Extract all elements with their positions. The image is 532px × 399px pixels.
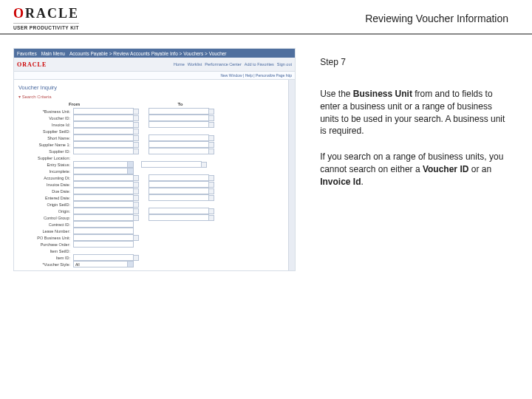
- field-label: Origin SetID:: [18, 202, 73, 207]
- field[interactable]: [73, 221, 134, 228]
- field-label: PO Business Unit:: [18, 236, 73, 240]
- nav-favorites[interactable]: Favorites: [17, 51, 37, 56]
- instruction-p2: If you search on a range of business uni…: [320, 151, 510, 188]
- to-field[interactable]: [149, 141, 209, 148]
- app-links: Home Worklist Performance Center Add to …: [174, 62, 292, 66]
- to-field[interactable]: [149, 115, 209, 121]
- form-row: Due Date:: [18, 188, 284, 194]
- form-row: Contract ID:: [18, 221, 284, 228]
- from-field[interactable]: [73, 115, 134, 121]
- form-title: Voucher Inquiry: [18, 84, 284, 91]
- link-signout[interactable]: Sign out: [277, 62, 292, 66]
- link-worklist[interactable]: Worklist: [188, 62, 202, 66]
- scrollbar[interactable]: [288, 80, 295, 270]
- from-field[interactable]: [73, 174, 134, 181]
- app-brand-bar: ORACLE Home Worklist Performance Center …: [14, 58, 295, 72]
- app-breadcrumb-bar: Favorites Main Menu Accounts Payable > R…: [14, 49, 295, 58]
- brand-block: OORACLERACLE USER PRODUCTIVITY KIT: [13, 6, 79, 30]
- to-field[interactable]: [149, 208, 209, 214]
- to-field[interactable]: [149, 121, 209, 128]
- nav-breadcrumb: Accounts Payable > Review Accounts Payab…: [69, 51, 292, 56]
- brand-subtitle: USER PRODUCTIVITY KIT: [13, 23, 79, 30]
- field-label: Control Group:: [18, 216, 73, 220]
- step-label: Step 7: [320, 57, 510, 67]
- field-label: Purchase Order:: [18, 242, 73, 247]
- field-label: Entered Date:: [18, 196, 73, 200]
- from-field[interactable]: [73, 121, 134, 128]
- field-label: Supplier SetID:: [18, 129, 73, 134]
- field-label: Supplier ID:: [18, 149, 73, 154]
- field-label: Invoice Date:: [18, 183, 73, 187]
- app-window: Favorites Main Menu Accounts Payable > R…: [13, 48, 296, 271]
- nav-main-menu[interactable]: Main Menu: [41, 51, 65, 56]
- field[interactable]: [73, 128, 134, 134]
- from-field[interactable]: [73, 181, 134, 188]
- oracle-logo: OORACLERACLE: [13, 6, 79, 21]
- field-label: Contract ID:: [18, 222, 73, 227]
- from-field[interactable]: [73, 134, 134, 141]
- select-field[interactable]: [73, 161, 134, 168]
- screenshot-panel: Favorites Main Menu Accounts Payable > R…: [0, 35, 305, 397]
- field[interactable]: [73, 228, 134, 234]
- field[interactable]: [73, 201, 134, 208]
- column-headers: From To: [69, 102, 284, 106]
- link-add-fav[interactable]: Add to Favorites: [245, 62, 274, 66]
- field-label: Incomplete:: [18, 169, 73, 174]
- form-row: Purchase Order:: [18, 241, 284, 248]
- link-home[interactable]: Home: [174, 62, 185, 66]
- instruction-panel: Step 7 Use the Business Unit from and to…: [305, 35, 532, 397]
- form-row: Origin:: [18, 208, 284, 214]
- to-field[interactable]: [149, 181, 209, 188]
- form-row: Control Group:: [18, 214, 284, 221]
- voucher-style-label: *Voucher Style:: [18, 262, 73, 267]
- tool-help[interactable]: Help: [245, 73, 253, 78]
- field-label: Accounting Dt:: [18, 176, 73, 180]
- col-to: To: [178, 102, 284, 106]
- from-field[interactable]: [73, 141, 134, 148]
- form-row: Supplier SetID:: [18, 128, 284, 134]
- instruction-p1: Use the Business Unit from and to fields…: [320, 88, 510, 137]
- field-label: Voucher ID:: [18, 116, 73, 120]
- field-label: Item ID:: [18, 256, 73, 260]
- field[interactable]: [73, 254, 134, 261]
- field[interactable]: [73, 241, 134, 248]
- to-field[interactable]: [141, 161, 202, 168]
- field-label: Supplier Name 1:: [18, 143, 73, 147]
- to-field[interactable]: [149, 174, 209, 181]
- form-row: Item ID:: [18, 254, 284, 261]
- to-field[interactable]: [149, 148, 209, 154]
- to-field[interactable]: [149, 188, 209, 194]
- field-label: Due Date:: [18, 189, 73, 194]
- form-row: PO Business Unit:: [18, 234, 284, 241]
- from-field[interactable]: [73, 214, 134, 221]
- field[interactable]: [73, 234, 134, 241]
- from-field[interactable]: [73, 148, 134, 154]
- form-row: Supplier Location:: [18, 154, 284, 161]
- from-field[interactable]: [73, 188, 134, 194]
- field-label: Invoice Id:: [18, 123, 73, 127]
- tool-personalize[interactable]: Personalize Page: [256, 73, 284, 78]
- to-field[interactable]: [149, 194, 209, 201]
- field-label: Lease Number:: [18, 229, 73, 233]
- voucher-style-row: *Voucher Style: All: [18, 261, 284, 267]
- search-criteria-header[interactable]: ▾ Search Criteria: [18, 94, 284, 99]
- voucher-inquiry-form: Voucher Inquiry ▾ Search Criteria From T…: [14, 80, 288, 270]
- link-perf[interactable]: Performance Center: [205, 62, 242, 66]
- field-label: Entry Status:: [18, 163, 73, 167]
- field-label: *Business Unit:: [18, 109, 73, 114]
- from-field[interactable]: [73, 208, 134, 214]
- tool-new-window[interactable]: New Window: [220, 73, 242, 78]
- to-field[interactable]: [149, 134, 209, 141]
- to-field[interactable]: [149, 108, 209, 115]
- form-row: Invoice Id:: [18, 121, 284, 128]
- from-field[interactable]: [73, 194, 134, 201]
- form-row: Voucher ID:: [18, 115, 284, 121]
- field-label: Item SetID:: [18, 249, 73, 253]
- select-field[interactable]: [73, 168, 134, 174]
- voucher-style-select[interactable]: All: [73, 261, 134, 267]
- form-row: Invoice Date:: [18, 181, 284, 188]
- form-row: Supplier ID:: [18, 148, 284, 154]
- from-field[interactable]: [73, 108, 134, 115]
- to-field[interactable]: [149, 214, 209, 221]
- app-oracle-logo: ORACLE: [17, 61, 47, 68]
